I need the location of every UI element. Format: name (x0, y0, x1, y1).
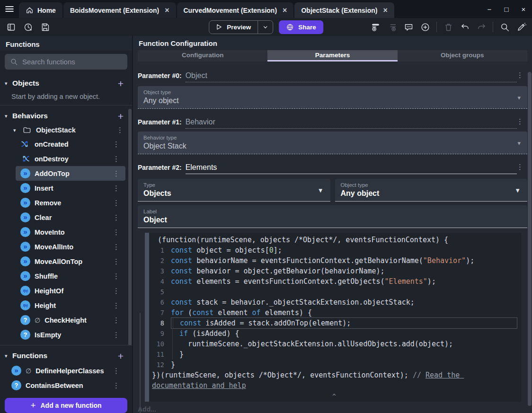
function-item-moveallontop[interactable]: MoveAllOnTop⋮ (16, 254, 125, 269)
tab-boidsmovement-extension[interactable]: BoidsMovement (Extension)× (63, 2, 176, 18)
function-item-oncreated[interactable]: onCreated⋮ (16, 137, 125, 151)
section-functions[interactable]: ▾Functions+ (0, 348, 132, 363)
main-scrollbar-thumb[interactable] (528, 72, 532, 406)
parameter-1-menu-button[interactable]: ⋮ (514, 117, 526, 126)
preview-options-button[interactable] (257, 21, 273, 34)
item-menu-button[interactable]: ⋮ (111, 169, 122, 178)
main-scrollbar[interactable] (528, 71, 532, 413)
project-panels-button[interactable] (6, 22, 16, 32)
folder-menu-button[interactable]: ⋮ (115, 126, 125, 134)
history-button[interactable] (23, 22, 33, 32)
add-new-function-button[interactable]: + Add a new function (5, 398, 127, 413)
function-item-moveinto[interactable]: MoveInto⋮ (16, 225, 125, 239)
function-item-insert[interactable]: Insert⋮ (16, 181, 125, 195)
search-functions-input[interactable] (22, 58, 122, 66)
function-item-clear[interactable]: Clear⋮ (16, 210, 125, 225)
item-menu-button[interactable]: ⋮ (111, 272, 122, 281)
item-menu-button[interactable]: ⋮ (111, 184, 122, 193)
sidebar-scrollbar-thumb[interactable] (128, 109, 132, 345)
share-button[interactable]: Share (279, 20, 323, 34)
tab-parameters[interactable]: Parameters (267, 50, 397, 62)
item-menu-button[interactable]: ⋮ (111, 287, 122, 295)
preview-button[interactable]: Preview (209, 20, 273, 34)
sidebar-scrollbar[interactable] (128, 36, 132, 413)
function-item-isempty[interactable]: IsEmpty⋮ (16, 327, 125, 342)
item-menu-button[interactable]: ⋮ (111, 381, 122, 390)
tab-objectstack-extension[interactable]: ObjectStack (Extension)× (294, 2, 394, 18)
line-number: 11 (151, 349, 164, 360)
function-item-addontop[interactable]: AddOnTop⋮ (16, 166, 125, 181)
add-other-event-button[interactable] (420, 22, 430, 32)
add-behaviors-button[interactable]: + (118, 111, 124, 121)
item-menu-button[interactable]: ⋮ (111, 367, 122, 375)
line-number: 7 (151, 308, 164, 318)
function-item-checkheight[interactable]: ∅CheckHeight⋮ (16, 313, 125, 327)
add-comment-button[interactable] (403, 22, 414, 32)
tab-close-icon[interactable]: × (283, 7, 287, 14)
parameter-1-name-input[interactable]: Behavior (186, 118, 517, 129)
behavior-folder-objectstack[interactable]: ▾ObjectStack⋮ (0, 123, 132, 137)
parameter-0-object-type-select[interactable]: Object type Any object ▾ (138, 86, 527, 109)
undo-button[interactable] (460, 22, 470, 32)
search-button[interactable] (499, 22, 510, 32)
item-menu-button[interactable]: ⋮ (111, 213, 122, 222)
redo-button[interactable] (476, 22, 487, 32)
function-item-containsbetween[interactable]: ContainsBetween⋮ (7, 378, 125, 393)
gdevelop-window: HomeBoidsMovement (Extension)×CurvedMove… (0, 0, 532, 413)
save-button[interactable] (40, 22, 50, 32)
parameter-2-menu-button[interactable]: ⋮ (514, 163, 526, 171)
parameter-2-object-type-select[interactable]: Object type Any object ▼ (335, 179, 528, 202)
add-sub-event-button[interactable] (387, 22, 397, 32)
tab-home[interactable]: Home (19, 2, 62, 18)
gear-condition-icon (11, 380, 21, 390)
item-menu-button[interactable]: ⋮ (111, 243, 122, 251)
private-icon: ∅ (26, 367, 31, 375)
item-menu-button[interactable]: ⋮ (111, 199, 122, 207)
tab-configuration[interactable]: Configuration (138, 50, 267, 62)
add-objects-button[interactable]: + (118, 79, 124, 88)
tab-close-icon[interactable]: × (165, 7, 169, 14)
gear-expression-icon (20, 286, 30, 296)
add-event-button[interactable] (370, 22, 381, 32)
main-menu-button[interactable] (0, 0, 19, 18)
function-item-remove[interactable]: Remove⋮ (16, 195, 125, 210)
parameter-0-name-input[interactable]: Object (186, 71, 517, 82)
tab-curvedmovement-extension[interactable]: CurvedMovement (Extension)× (177, 2, 294, 18)
item-menu-button[interactable]: ⋮ (111, 155, 122, 163)
collapse-editor-button[interactable]: ^ (151, 393, 517, 400)
item-menu-button[interactable]: ⋮ (111, 228, 122, 237)
preview-button-main[interactable]: Preview (209, 21, 257, 34)
delete-button[interactable] (443, 22, 453, 32)
section-objects[interactable]: ▾Objects+ (0, 76, 132, 91)
parameter-2-name-input[interactable]: Elements (186, 163, 517, 174)
function-item-heightof[interactable]: HeightOf⋮ (16, 283, 125, 298)
close-window-button[interactable]: × (515, 0, 532, 18)
function-item-definehelperclasses[interactable]: ∅DefineHelperClasses⋮ (7, 363, 125, 378)
add-functions-button[interactable]: + (118, 351, 124, 361)
code-editor[interactable]: (function(runtimeScene, objects /*Object… (149, 233, 521, 402)
tab-label: Home (37, 7, 56, 14)
add-event-icon (371, 22, 381, 32)
edit-mode-button[interactable] (516, 22, 526, 32)
maximize-window-button[interactable]: □ (498, 0, 515, 18)
section-behaviors[interactable]: ▾Behaviors+ (0, 108, 132, 123)
search-functions-box[interactable] (5, 54, 127, 70)
function-item-shuffle[interactable]: Shuffle⋮ (16, 269, 125, 283)
item-menu-button[interactable]: ⋮ (111, 301, 122, 310)
function-item-height[interactable]: Height⋮ (16, 298, 125, 313)
item-menu-button[interactable]: ⋮ (111, 316, 122, 325)
chevron-down-icon (262, 24, 268, 30)
clipped-add-row[interactable]: Add... (138, 405, 532, 413)
item-menu-button[interactable]: ⋮ (111, 140, 122, 149)
item-menu-button[interactable]: ⋮ (111, 257, 122, 266)
parameter-2-label-field[interactable]: Label Object (138, 205, 527, 228)
tab-object-groups[interactable]: Object groups (398, 50, 527, 62)
parameter-2-type-select[interactable]: Type Objects ▼ (138, 179, 330, 202)
parameter-0-menu-button[interactable]: ⋮ (514, 71, 526, 79)
item-menu-button[interactable]: ⋮ (111, 331, 122, 339)
function-item-moveallinto[interactable]: MoveAllInto⋮ (16, 239, 125, 254)
function-item-ondestroy[interactable]: onDestroy⋮ (16, 151, 125, 166)
parameter-1-behavior-type-select[interactable]: Behavior type Object Stack ▾ (138, 132, 527, 154)
minimize-window-button[interactable]: − (481, 0, 498, 18)
tab-close-icon[interactable]: × (383, 7, 387, 14)
